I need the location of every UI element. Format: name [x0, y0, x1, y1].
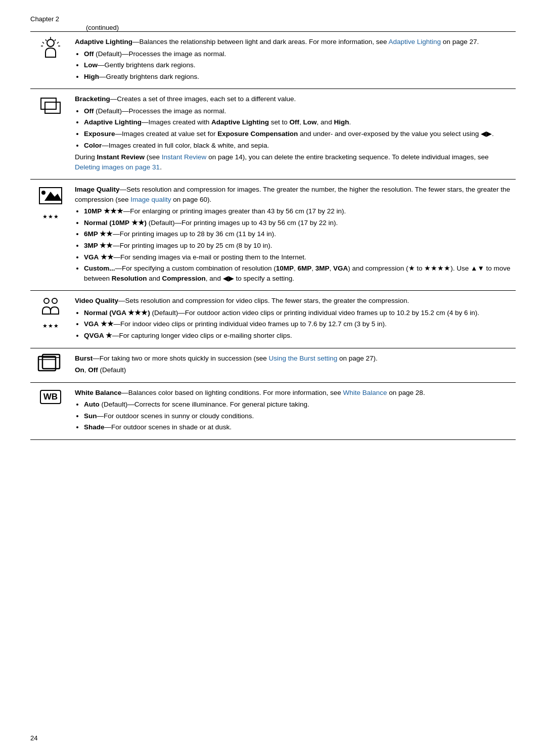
- bold-low2: Low: [303, 118, 317, 126]
- table-row: Bracketing—Creates a set of three images…: [30, 89, 516, 180]
- list-item: 6MP ★★—For printing images up to 28 by 3…: [84, 229, 512, 239]
- list-item: Exposure—Images created at value set for…: [84, 129, 512, 139]
- adaptive-heading-para: Adaptive Lighting—Balances the relations…: [75, 37, 512, 47]
- bold-qvga: QVGA ★: [84, 332, 112, 339]
- bracketing-extra-para: During Instant Review (see Instant Revie…: [75, 152, 512, 172]
- bracketing-heading-bold: Bracketing: [75, 95, 110, 103]
- svg-line-5: [57, 42, 59, 43]
- bracketing-icon: [38, 94, 63, 118]
- list-item: Color—Images created in full color, blac…: [84, 141, 512, 151]
- bold-3mp2: 3MP: [315, 264, 330, 272]
- bold-normal10mp: Normal (10MP ★★): [84, 219, 147, 227]
- bold-sun: Sun: [84, 412, 97, 420]
- bold-low: Low: [84, 61, 98, 69]
- bold-exposure: Exposure: [84, 130, 115, 138]
- bracketing-bullets: Off (Default)—Processes the image as nor…: [84, 106, 512, 150]
- svg-point-16: [52, 298, 57, 303]
- list-item: VGA ★★—For sending images via e-mail or …: [84, 252, 512, 262]
- adaptive-lighting-icon: [38, 37, 63, 61]
- bold-adaptive2: Adaptive Lighting: [84, 118, 142, 126]
- content-cell-white-balance: White Balance—Balances color based on li…: [71, 382, 516, 439]
- burst-heading-para: Burst—For taking two or more shots quick…: [75, 353, 512, 364]
- bold-vga: VGA ★★: [84, 253, 114, 261]
- content-cell-image-quality: Image Quality—Sets resolution and compre…: [71, 180, 516, 291]
- bold-off4: Off: [88, 366, 98, 374]
- chapter-label: Chapter 2: [30, 15, 516, 23]
- burst-link[interactable]: Using the Burst setting: [268, 354, 337, 362]
- image-quality-link[interactable]: Image quality: [130, 196, 171, 203]
- bold-high: High: [84, 73, 99, 80]
- list-item: Normal (10MP ★★) (Default)—For printing …: [84, 218, 512, 228]
- bold-10mp4: 10MP: [276, 264, 294, 272]
- iq-heading-para: Image Quality—Sets resolution and compre…: [75, 185, 512, 204]
- bold-custom: Custom...: [84, 264, 115, 272]
- bold-off3: Off: [290, 118, 300, 126]
- wb-heading-bold: White Balance: [75, 389, 121, 396]
- list-item: High—Greatly brightens dark regions.: [84, 72, 512, 82]
- icon-cell-burst: [30, 348, 71, 382]
- bold-normal-vga: Normal (VGA ★★★): [84, 309, 150, 317]
- bold-3mp: 3MP ★★: [84, 242, 113, 249]
- list-item: Low—Gently brightens dark regions.: [84, 60, 512, 70]
- main-table: Adaptive Lighting—Balances the relations…: [30, 31, 516, 440]
- vq-heading-para: Video Quality—Sets resolution and compre…: [75, 296, 512, 306]
- adaptive-link[interactable]: Adaptive Lighting: [389, 38, 441, 46]
- bold-vga3: VGA ★★: [84, 320, 114, 328]
- list-item: VGA ★★—For indoor video clips or printin…: [84, 319, 512, 329]
- adaptive-bullets: Off (Default)—Processes the image as nor…: [84, 49, 512, 82]
- list-item: Shade—For outdoor scenes in shade or at …: [84, 422, 512, 432]
- list-item: Off (Default)—Processes the image as nor…: [84, 106, 512, 116]
- svg-rect-10: [45, 102, 60, 113]
- bold-color: Color: [84, 142, 102, 149]
- bold-compression: Compression: [162, 275, 206, 282]
- icon-cell-video-quality: ★★★: [30, 291, 71, 348]
- bold-6mp: 6MP ★★: [84, 230, 113, 238]
- list-item: 10MP ★★★—For enlarging or printing image…: [84, 206, 512, 216]
- svg-point-14: [41, 191, 46, 195]
- content-cell-adaptive: Adaptive Lighting—Balances the relations…: [71, 32, 516, 89]
- vq-bullets: Normal (VGA ★★★) (Default)—For outdoor a…: [84, 308, 512, 341]
- svg-point-15: [44, 298, 49, 303]
- svg-marker-13: [44, 192, 62, 201]
- iq-bullets: 10MP ★★★—For enlarging or printing image…: [84, 206, 512, 283]
- bold-adaptive3: Adaptive Lighting: [211, 118, 269, 126]
- burst-options-para: On, Off (Default): [75, 365, 512, 375]
- adaptive-heading-bold: Adaptive Lighting: [75, 38, 132, 46]
- white-balance-icon: WB: [40, 390, 61, 404]
- list-item: 3MP ★★—For printing images up to 20 by 2…: [84, 241, 512, 251]
- list-item: QVGA ★—For capturing longer video clips …: [84, 331, 512, 341]
- bold-exposure-comp: Exposure Compensation: [217, 130, 298, 138]
- vq-heading-bold: Video Quality: [75, 297, 118, 304]
- bold-10mp3: 10MP ★★★: [84, 207, 123, 215]
- list-item: Normal (VGA ★★★) (Default)—For outdoor a…: [84, 308, 512, 318]
- wb-bullets: Auto (Default)—Corrects for scene illumi…: [84, 399, 512, 432]
- svg-rect-9: [41, 98, 56, 109]
- white-balance-link[interactable]: White Balance: [343, 389, 387, 396]
- svg-line-8: [55, 39, 56, 41]
- deleting-images-link[interactable]: Deleting images on page 31: [75, 163, 160, 171]
- table-row: Adaptive Lighting—Balances the relations…: [30, 32, 516, 89]
- instant-review-link[interactable]: Instant Review: [162, 153, 207, 161]
- bold-vga2: VGA: [333, 264, 348, 272]
- image-quality-icon: [37, 185, 64, 211]
- content-cell-bracketing: Bracketing—Creates a set of three images…: [71, 89, 516, 180]
- list-item: Sun—For outdoor scenes in sunny or cloud…: [84, 411, 512, 421]
- list-item: Adaptive Lighting—Images created with Ad…: [84, 117, 512, 127]
- content-cell-video-quality: Video Quality—Sets resolution and compre…: [71, 291, 516, 348]
- bold-on: On: [75, 366, 84, 374]
- bold-6mp3mp: 6MP: [297, 264, 311, 272]
- bold-resolution: Resolution: [112, 275, 147, 282]
- icon-cell-image-quality: ★★★: [30, 180, 71, 291]
- continued-label: (continued): [86, 24, 516, 31]
- table-row: ★★★ Video Quality—Sets resolution and co…: [30, 291, 516, 348]
- bold-off2: Off: [84, 107, 94, 115]
- bold-off: Off: [84, 50, 94, 58]
- page-number: 24: [30, 734, 37, 742]
- svg-line-7: [46, 39, 47, 41]
- image-quality-stars: ★★★: [34, 213, 67, 220]
- wb-heading-para: White Balance—Balances color based on li…: [75, 388, 512, 398]
- icon-cell-bracketing: [30, 89, 71, 180]
- page: Chapter 2 (continued): [0, 0, 546, 756]
- list-item: Auto (Default)—Corrects for scene illumi…: [84, 399, 512, 410]
- list-item: Custom...—For specifying a custom combin…: [84, 263, 512, 283]
